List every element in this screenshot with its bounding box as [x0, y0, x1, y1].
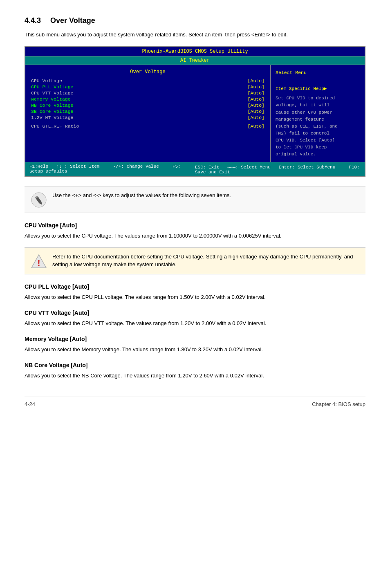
sub-section-heading: CPU PLL Voltage [Auto]	[25, 283, 365, 290]
warning-text: Refer to the CPU documentation before se…	[52, 253, 359, 269]
bios-menu-item: NB Core Voltage[Auto]	[31, 103, 264, 108]
page-footer: 4-24 Chapter 4: BIOS setup	[25, 397, 365, 407]
pencil-icon	[31, 192, 47, 208]
section-title: Over Voltage	[50, 16, 95, 25]
bios-item-value: [Auto]	[248, 123, 264, 129]
bios-right-header: Select Menu	[276, 69, 360, 76]
bios-left-header: Over Voltage	[31, 69, 264, 75]
bios-menu-item: CPU GTL_REF Ratio[Auto]	[31, 123, 264, 129]
svg-text:!: !	[38, 258, 40, 267]
note-box: Use the <+> and <-> keys to adjust the v…	[25, 186, 365, 213]
bios-footer-f10: F10: Save and Exit	[195, 165, 360, 175]
bios-item-label: CPU VTT Voltage	[31, 90, 74, 96]
sub-section-text: Allows you to select the CPU PLL voltage…	[25, 293, 365, 301]
bios-item-label: 1.2V HT Voltage	[31, 115, 74, 120]
bios-menu-item: CPU PLL Voltage[Auto]	[31, 84, 264, 90]
bios-item-value: [Auto]	[248, 103, 264, 108]
sub-section-text: Allows you to select the CPU VTT voltage…	[25, 319, 365, 328]
intro-text: This sub-menu allows you to adjust the s…	[25, 31, 365, 39]
bios-footer-updown: ↑↓ : Select Item	[56, 164, 100, 169]
bios-item-value: [Auto]	[248, 78, 264, 83]
sub-section-heading: CPU VTT Voltage [Auto]	[25, 310, 365, 316]
bios-menu-item: 1.2V HT Voltage[Auto]	[31, 115, 264, 120]
sub-section-text: Allows you to select the CPU voltage. Th…	[25, 232, 365, 240]
bios-footer-f1: F1:Help	[29, 164, 48, 169]
footer-chapter: Chapter 4: BIOS setup	[312, 401, 365, 407]
bios-item-label: CPU Voltage	[31, 78, 62, 83]
sub-section-heading: Memory Voltage [Auto]	[25, 336, 365, 342]
bios-item-value: [Auto]	[248, 97, 264, 102]
bios-menu-item: CPU Voltage[Auto]	[31, 78, 264, 83]
bios-menu-item: CPU VTT Voltage[Auto]	[31, 90, 264, 96]
bios-item-value: [Auto]	[248, 90, 264, 96]
bios-item-label: CPU PLL Voltage	[31, 84, 74, 90]
warning-box: ! Refer to the CPU documentation before …	[25, 247, 365, 274]
warning-icon: !	[31, 254, 47, 269]
bios-screen: Phoenix-AwardBIOS CMOS Setup Utility AI …	[25, 46, 365, 177]
sub-section-heading: CPU Voltage [Auto]	[25, 222, 365, 229]
bios-menu-item: SB Core Voltage[Auto]	[31, 109, 264, 114]
bios-item-value: [Auto]	[248, 84, 264, 90]
bios-item-value: [Auto]	[248, 115, 264, 120]
note-text: Use the <+> and <-> keys to adjust the v…	[52, 191, 231, 200]
bios-item-label: CPU GTL_REF Ratio	[31, 123, 79, 129]
sub-section-heading: NB Core Voltage [Auto]	[25, 362, 365, 368]
bios-footer-leftright: →←―: Select Menu	[227, 165, 271, 170]
bios-help-text: Set CPU VID to desired voltage, but it w…	[276, 95, 360, 157]
section-heading: 4.4.3 Over Voltage	[25, 16, 365, 25]
bios-item-label: Memory Voltage	[31, 97, 71, 102]
bios-item-label: SB Core Voltage	[31, 109, 74, 114]
bios-help-title: Item Specific Help►	[276, 85, 360, 92]
footer-page-number: 4-24	[25, 401, 35, 407]
bios-footer-enter: Enter: Select SubMenu	[279, 165, 336, 170]
bios-footer-change: -/+: Change Value	[113, 164, 159, 169]
section-number: 4.4.3	[25, 16, 41, 25]
bios-title-bar: Phoenix-AwardBIOS CMOS Setup Utility	[25, 47, 365, 56]
bios-menu-bar: AI Tweaker	[25, 56, 365, 65]
sub-section-text: Allows you to select the NB Core voltage…	[25, 372, 365, 380]
bios-item-value: [Auto]	[248, 109, 264, 114]
bios-footer-esc: ESC: Exit	[195, 165, 219, 170]
bios-menu-item: Memory Voltage[Auto]	[31, 97, 264, 102]
bios-item-label: NB Core Voltage	[31, 103, 74, 108]
sub-section-text: Allows you to select the Memory voltage.…	[25, 346, 365, 354]
